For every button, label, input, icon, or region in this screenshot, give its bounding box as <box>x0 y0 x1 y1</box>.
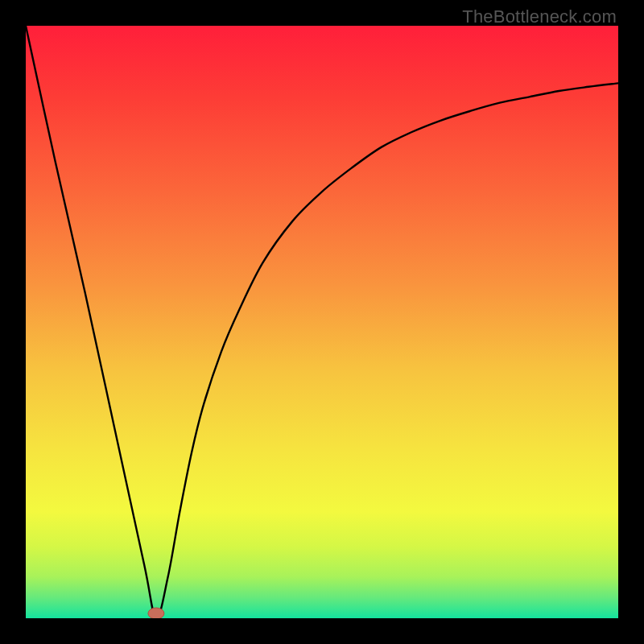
gradient-background <box>26 26 618 618</box>
optimal-point-marker <box>148 608 164 618</box>
chart-frame: TheBottleneck.com <box>0 0 644 644</box>
bottleneck-chart <box>26 26 618 618</box>
plot-area <box>26 26 618 618</box>
watermark-text: TheBottleneck.com <box>462 6 617 27</box>
